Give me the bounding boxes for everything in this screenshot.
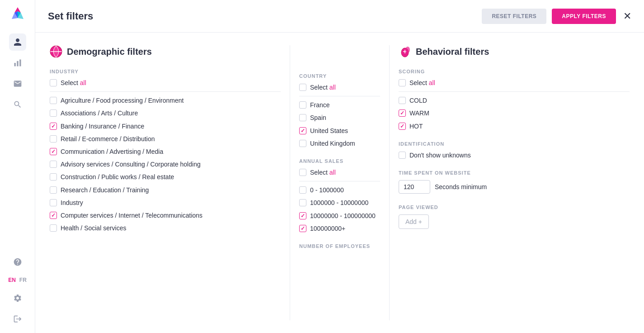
behavioral-section: Behavioral filters SCORING Select all CO… bbox=[389, 45, 630, 320]
industry-checkbox-10[interactable] bbox=[50, 224, 57, 232]
industry-select-all-checkbox[interactable] bbox=[50, 79, 57, 86]
lang-en[interactable]: EN bbox=[7, 276, 17, 284]
country-item-3[interactable]: United Kingdom bbox=[299, 139, 380, 147]
industry-item-5[interactable]: Advisory services / Consulting / Corpora… bbox=[50, 160, 281, 168]
industry-checkbox-1[interactable] bbox=[50, 109, 57, 117]
industry-checkbox-5[interactable] bbox=[50, 161, 57, 168]
country-select-all[interactable]: Select all bbox=[299, 83, 380, 91]
main-panel: Set filters RESET FILTERS APPLY FILTERS … bbox=[35, 0, 644, 333]
apply-filters-button[interactable]: APPLY FILTERS bbox=[552, 9, 616, 24]
industry-checkbox-0[interactable] bbox=[50, 97, 57, 104]
scoring-item-label-2: HOT bbox=[409, 122, 423, 130]
sidebar: EN FR bbox=[0, 0, 35, 333]
industry-item-8[interactable]: Industry bbox=[50, 199, 281, 207]
industry-item-4[interactable]: Communication / Advertising / Media bbox=[50, 147, 281, 156]
svg-rect-6 bbox=[17, 61, 18, 67]
reset-filters-button[interactable]: RESET FILTERS bbox=[482, 9, 546, 24]
annual-sales-checkbox-1[interactable] bbox=[299, 199, 306, 206]
country-item-label-1: Spain bbox=[310, 114, 326, 122]
country-item-2[interactable]: United States bbox=[299, 127, 380, 135]
scoring-select-all-checkbox[interactable] bbox=[399, 79, 406, 86]
industry-checkbox-3[interactable] bbox=[50, 135, 57, 143]
identification-checkbox-0[interactable] bbox=[399, 152, 406, 159]
industry-select-all[interactable]: Select all bbox=[50, 79, 281, 87]
time-spent-filter-group: TIME SPENT ON WEBSITE Seconds minimum bbox=[399, 170, 630, 194]
sidebar-item-search[interactable] bbox=[9, 96, 26, 113]
industry-item-0[interactable]: Agriculture / Food processing / Environm… bbox=[50, 96, 281, 105]
globe-icon bbox=[50, 45, 62, 58]
country-checkbox-0[interactable] bbox=[299, 101, 306, 109]
country-checkbox-2[interactable] bbox=[299, 127, 306, 134]
svg-rect-7 bbox=[19, 60, 21, 67]
scoring-checkbox-2[interactable] bbox=[399, 123, 406, 130]
scoring-label: SCORING bbox=[399, 69, 630, 74]
industry-item-10[interactable]: Health / Social services bbox=[50, 224, 281, 232]
identification-item-label-0: Don't show unknowns bbox=[409, 151, 471, 159]
industry-item-9[interactable]: Computer services / Internet / Telecommu… bbox=[50, 211, 281, 219]
sidebar-item-help[interactable] bbox=[9, 253, 26, 271]
page-viewed-filter-group: PAGE VIEWED Add + bbox=[399, 205, 630, 229]
annual-sales-select-all-checkbox[interactable] bbox=[299, 169, 306, 176]
industry-item-label-3: Retail / E-commerce / Distribution bbox=[61, 135, 155, 143]
annual-sales-item-label-3: 100000000+ bbox=[310, 224, 345, 233]
industry-item-label-9: Computer services / Internet / Telecommu… bbox=[61, 211, 202, 219]
identification-label: IDENTIFICATION bbox=[399, 141, 630, 147]
industry-item-6[interactable]: Construction / Public works / Real estat… bbox=[50, 173, 281, 181]
scoring-item-0[interactable]: COLD bbox=[399, 96, 630, 105]
lang-fr[interactable]: FR bbox=[18, 276, 28, 284]
annual-sales-item-2[interactable]: 10000000 - 100000000 bbox=[299, 212, 380, 220]
industry-item-label-5: Advisory services / Consulting / Corpora… bbox=[61, 160, 201, 168]
sidebar-item-mail[interactable] bbox=[9, 75, 26, 92]
app-logo[interactable] bbox=[8, 5, 27, 24]
annual-sales-checkbox-0[interactable] bbox=[299, 186, 306, 194]
country-checkbox-3[interactable] bbox=[299, 140, 306, 147]
industry-item-label-7: Research / Education / Training bbox=[61, 186, 149, 194]
time-spent-input[interactable] bbox=[399, 180, 430, 194]
industry-filter-group: INDUSTRY Select all Agriculture / Food p… bbox=[50, 69, 281, 232]
industry-item-7[interactable]: Research / Education / Training bbox=[50, 186, 281, 194]
sidebar-item-contact[interactable] bbox=[9, 33, 26, 51]
industry-checkbox-4[interactable] bbox=[50, 148, 57, 155]
scoring-checkbox-1[interactable] bbox=[399, 109, 406, 117]
filter-content: Demographic filters INDUSTRY Select all … bbox=[35, 33, 644, 333]
country-select-all-checkbox[interactable] bbox=[299, 84, 306, 91]
annual-sales-item-label-0: 0 - 1000000 bbox=[310, 186, 344, 194]
demographic-title: Demographic filters bbox=[67, 47, 152, 57]
industry-item-label-8: Industry bbox=[61, 199, 83, 207]
industry-item-2[interactable]: Banking / Insurance / Finance bbox=[50, 122, 281, 130]
industry-checkbox-2[interactable] bbox=[50, 123, 57, 130]
page-viewed-add-button[interactable]: Add + bbox=[399, 214, 429, 229]
industry-item-3[interactable]: Retail / E-commerce / Distribution bbox=[50, 135, 281, 143]
sidebar-item-logout[interactable] bbox=[9, 310, 26, 328]
annual-sales-select-all[interactable]: Select all bbox=[299, 168, 380, 176]
country-item-label-2: United States bbox=[310, 127, 348, 135]
industry-item-1[interactable]: Associations / Arts / Culture bbox=[50, 109, 281, 117]
annual-sales-select-all-label: Select all bbox=[310, 168, 336, 176]
industry-checkbox-6[interactable] bbox=[50, 173, 57, 181]
language-switcher[interactable]: EN FR bbox=[7, 276, 28, 284]
country-item-1[interactable]: Spain bbox=[299, 114, 380, 122]
annual-sales-checkbox-3[interactable] bbox=[299, 225, 306, 232]
identification-item-0[interactable]: Don't show unknowns bbox=[399, 151, 630, 159]
sidebar-item-analytics[interactable] bbox=[9, 54, 26, 71]
industry-item-label-4: Communication / Advertising / Media bbox=[61, 147, 163, 156]
industry-checkbox-9[interactable] bbox=[50, 212, 57, 219]
industry-checkbox-8[interactable] bbox=[50, 199, 57, 206]
annual-sales-checkbox-2[interactable] bbox=[299, 212, 306, 219]
behavioral-title: Behavioral filters bbox=[416, 47, 489, 57]
scoring-checkbox-0[interactable] bbox=[399, 97, 406, 104]
annual-sales-item-1[interactable]: 1000000 - 10000000 bbox=[299, 199, 380, 207]
demographic-section: Demographic filters INDUSTRY Select all … bbox=[50, 45, 290, 320]
country-checkbox-1[interactable] bbox=[299, 114, 306, 121]
industry-item-label-0: Agriculture / Food processing / Environm… bbox=[61, 96, 183, 105]
scoring-item-2[interactable]: HOT bbox=[399, 122, 630, 130]
scoring-item-1[interactable]: WARM bbox=[399, 109, 630, 117]
close-button[interactable]: ✕ bbox=[623, 11, 631, 21]
industry-checkbox-7[interactable] bbox=[50, 186, 57, 194]
annual-sales-item-0[interactable]: 0 - 1000000 bbox=[299, 186, 380, 194]
sidebar-item-settings[interactable] bbox=[9, 290, 26, 307]
scoring-select-all[interactable]: Select all bbox=[399, 79, 630, 87]
country-item-0[interactable]: France bbox=[299, 101, 380, 109]
annual-sales-item-3[interactable]: 100000000+ bbox=[299, 224, 380, 233]
country-filter-group: COUNTRY Select all France Spain United S… bbox=[299, 73, 380, 147]
